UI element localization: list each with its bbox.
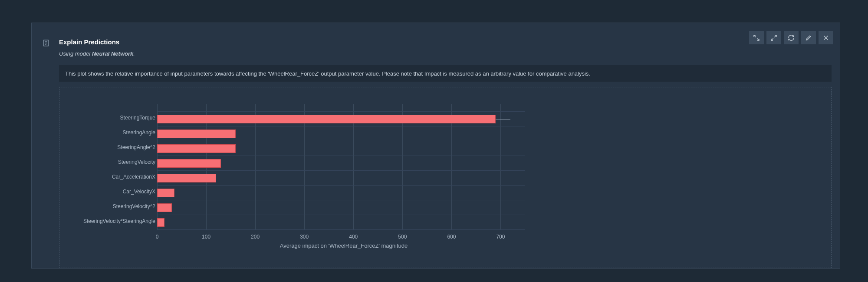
bar-row: Car_VelocityX [157,187,530,198]
x-tick-label: 600 [443,234,460,240]
x-tick-label: 500 [394,234,411,240]
svg-line-7 [771,38,773,40]
h-gridline [157,156,525,156]
description-text: This plot shows the relative importance … [65,70,590,77]
bar [157,159,221,168]
h-gridline [157,170,525,171]
category-label: SteeringVelocity^2 [113,203,155,209]
h-gridline [157,141,525,141]
error-whisker [496,119,510,119]
category-label: SteeringAngle^2 [117,144,155,150]
document-list-icon [42,39,50,47]
svg-line-5 [757,38,759,40]
svg-line-4 [754,35,756,37]
bar-row: Car_AccelerationX [157,172,530,183]
x-tick-label: 100 [197,234,215,240]
bar [157,174,216,182]
category-label: Car_AccelerationX [112,174,155,180]
bar-row: SteeringTorque [157,113,530,124]
edit-button[interactable] [801,31,816,44]
x-tick-label: 300 [296,234,313,240]
subtitle-suffix: . [133,50,135,57]
bar [157,189,174,197]
h-gridline [157,200,525,200]
bar [157,203,172,212]
panel-title: Explain Predictions [59,38,119,46]
category-label: SteeringTorque [120,115,155,121]
h-gridline [157,126,525,126]
bar-row: SteeringVelocity^2 [157,202,530,213]
bar-row: SteeringAngle [157,128,530,139]
x-tick-label: 200 [247,234,264,240]
bar [157,129,236,138]
collapse-button[interactable] [749,31,764,44]
bar [157,115,496,123]
bar-row: SteeringVelocity [157,157,530,169]
category-label: Car_VelocityX [123,189,155,195]
subtitle-model-name: Neural Network [92,50,133,57]
h-gridline [157,215,525,215]
h-gridline [157,185,525,186]
x-tick-label: 0 [148,234,166,240]
panel-subtitle: Using model Neural Network. [59,50,135,57]
x-axis-label: Average impact on 'WheelRear_ForceZ' mag… [157,242,530,249]
subtitle-prefix: Using model [59,50,92,57]
x-tick-label: 400 [345,234,362,240]
chart-plot-area: 0100200300400500600700SteeringTorqueStee… [157,104,530,230]
close-button[interactable] [819,31,833,44]
description-bar: This plot shows the relative importance … [59,65,832,82]
category-label: SteeringVelocity [118,159,155,165]
h-gridline [157,229,525,230]
expand-button[interactable] [766,31,781,44]
h-gridline [157,111,525,112]
bar [157,218,164,227]
refresh-button[interactable] [784,31,799,44]
category-label: SteeringAngle [123,129,155,136]
svg-line-6 [774,35,776,37]
x-tick-label: 700 [492,234,509,240]
bar-row: SteeringVelocity*SteeringAngle [157,216,530,228]
bar [157,144,236,153]
bar-row: SteeringAngle^2 [157,143,530,154]
category-label: SteeringVelocity*SteeringAngle [83,218,155,224]
panel-toolbar [749,31,833,44]
